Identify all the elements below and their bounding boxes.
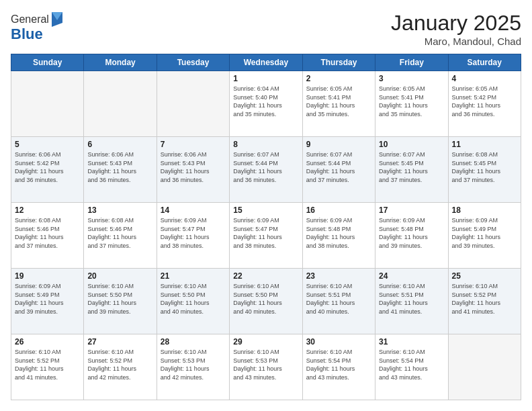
- day-cell: 10Sunrise: 6:07 AM Sunset: 5:45 PM Dayli…: [375, 137, 448, 203]
- day-number: 9: [306, 140, 371, 149]
- day-cell: [157, 71, 229, 137]
- title-block: January 2025 Maro, Mandoul, Chad: [391, 11, 521, 47]
- week-row-3: 12Sunrise: 6:08 AM Sunset: 5:46 PM Dayli…: [11, 203, 521, 269]
- day-number: 17: [379, 205, 444, 215]
- day-cell: 29Sunrise: 6:10 AM Sunset: 5:53 PM Dayli…: [230, 334, 302, 400]
- week-row-1: 1Sunrise: 6:04 AM Sunset: 5:40 PM Daylig…: [11, 71, 521, 137]
- day-number: 4: [452, 74, 517, 83]
- day-cell: 6Sunrise: 6:06 AM Sunset: 5:43 PM Daylig…: [84, 137, 157, 203]
- day-number: 6: [87, 140, 152, 149]
- month-title: January 2025: [391, 11, 521, 36]
- day-cell: 17Sunrise: 6:09 AM Sunset: 5:48 PM Dayli…: [375, 203, 448, 269]
- day-number: 21: [161, 271, 226, 281]
- day-detail: Sunrise: 6:10 AM Sunset: 5:51 PM Dayligh…: [379, 282, 444, 316]
- day-detail: Sunrise: 6:10 AM Sunset: 5:53 PM Dayligh…: [161, 348, 226, 381]
- day-number: 23: [306, 271, 371, 281]
- day-detail: Sunrise: 6:10 AM Sunset: 5:54 PM Dayligh…: [379, 348, 444, 381]
- day-number: 30: [306, 337, 371, 347]
- day-cell: 28Sunrise: 6:10 AM Sunset: 5:53 PM Dayli…: [157, 334, 229, 400]
- day-number: 25: [452, 271, 517, 281]
- day-number: 10: [379, 140, 444, 149]
- day-cell: 16Sunrise: 6:09 AM Sunset: 5:48 PM Dayli…: [302, 203, 375, 269]
- day-number: 26: [15, 337, 80, 347]
- day-number: 28: [161, 337, 226, 347]
- day-cell: 18Sunrise: 6:09 AM Sunset: 5:49 PM Dayli…: [448, 203, 521, 269]
- day-cell: 15Sunrise: 6:09 AM Sunset: 5:47 PM Dayli…: [230, 203, 302, 269]
- day-cell: [11, 71, 84, 137]
- weekday-header-sunday: Sunday: [11, 54, 84, 71]
- day-detail: Sunrise: 6:10 AM Sunset: 5:52 PM Dayligh…: [87, 348, 152, 381]
- day-number: 13: [87, 205, 152, 215]
- week-row-2: 5Sunrise: 6:06 AM Sunset: 5:42 PM Daylig…: [11, 137, 521, 203]
- day-detail: Sunrise: 6:06 AM Sunset: 5:42 PM Dayligh…: [15, 150, 80, 184]
- day-number: 5: [15, 140, 80, 149]
- day-detail: Sunrise: 6:09 AM Sunset: 5:49 PM Dayligh…: [15, 282, 80, 316]
- day-detail: Sunrise: 6:05 AM Sunset: 5:41 PM Dayligh…: [306, 85, 371, 118]
- day-cell: 3Sunrise: 6:05 AM Sunset: 5:41 PM Daylig…: [375, 71, 448, 137]
- day-cell: 25Sunrise: 6:10 AM Sunset: 5:52 PM Dayli…: [448, 269, 521, 334]
- day-cell: [448, 334, 521, 400]
- day-cell: 31Sunrise: 6:10 AM Sunset: 5:54 PM Dayli…: [375, 334, 448, 400]
- day-number: 3: [379, 74, 444, 83]
- day-detail: Sunrise: 6:09 AM Sunset: 5:47 PM Dayligh…: [233, 216, 298, 250]
- day-detail: Sunrise: 6:10 AM Sunset: 5:51 PM Dayligh…: [306, 282, 371, 316]
- day-cell: 19Sunrise: 6:09 AM Sunset: 5:49 PM Dayli…: [11, 269, 84, 334]
- day-detail: Sunrise: 6:10 AM Sunset: 5:50 PM Dayligh…: [161, 282, 226, 316]
- day-detail: Sunrise: 6:09 AM Sunset: 5:47 PM Dayligh…: [161, 216, 226, 250]
- day-number: 1: [233, 74, 298, 83]
- day-cell: 1Sunrise: 6:04 AM Sunset: 5:40 PM Daylig…: [230, 71, 302, 137]
- day-cell: 14Sunrise: 6:09 AM Sunset: 5:47 PM Dayli…: [157, 203, 229, 269]
- day-detail: Sunrise: 6:05 AM Sunset: 5:41 PM Dayligh…: [379, 85, 444, 118]
- day-number: 19: [15, 271, 80, 281]
- day-detail: Sunrise: 6:07 AM Sunset: 5:44 PM Dayligh…: [233, 150, 298, 184]
- day-detail: Sunrise: 6:04 AM Sunset: 5:40 PM Dayligh…: [233, 85, 298, 118]
- weekday-header-tuesday: Tuesday: [157, 54, 229, 71]
- weekday-header-wednesday: Wednesday: [230, 54, 302, 71]
- day-cell: 12Sunrise: 6:08 AM Sunset: 5:46 PM Dayli…: [11, 203, 84, 269]
- day-cell: 5Sunrise: 6:06 AM Sunset: 5:42 PM Daylig…: [11, 137, 84, 203]
- day-cell: 22Sunrise: 6:10 AM Sunset: 5:50 PM Dayli…: [230, 269, 302, 334]
- day-cell: 4Sunrise: 6:05 AM Sunset: 5:42 PM Daylig…: [448, 71, 521, 137]
- day-detail: Sunrise: 6:09 AM Sunset: 5:48 PM Dayligh…: [379, 216, 444, 250]
- day-cell: 7Sunrise: 6:06 AM Sunset: 5:43 PM Daylig…: [157, 137, 229, 203]
- calendar-table: SundayMondayTuesdayWednesdayThursdayFrid…: [11, 54, 521, 400]
- weekday-header-thursday: Thursday: [302, 54, 375, 71]
- week-row-4: 19Sunrise: 6:09 AM Sunset: 5:49 PM Dayli…: [11, 269, 521, 334]
- day-cell: 13Sunrise: 6:08 AM Sunset: 5:46 PM Dayli…: [84, 203, 157, 269]
- day-detail: Sunrise: 6:10 AM Sunset: 5:52 PM Dayligh…: [15, 348, 80, 381]
- day-detail: Sunrise: 6:07 AM Sunset: 5:44 PM Dayligh…: [306, 150, 371, 184]
- header: General Blue January 2025 Maro, Mandoul,…: [11, 11, 521, 47]
- day-cell: 26Sunrise: 6:10 AM Sunset: 5:52 PM Dayli…: [11, 334, 84, 400]
- week-row-5: 26Sunrise: 6:10 AM Sunset: 5:52 PM Dayli…: [11, 334, 521, 400]
- day-detail: Sunrise: 6:09 AM Sunset: 5:48 PM Dayligh…: [306, 216, 371, 250]
- weekday-header-saturday: Saturday: [448, 54, 521, 71]
- day-cell: 8Sunrise: 6:07 AM Sunset: 5:44 PM Daylig…: [230, 137, 302, 203]
- day-detail: Sunrise: 6:10 AM Sunset: 5:54 PM Dayligh…: [306, 348, 371, 381]
- logo-general-text: General: [11, 13, 49, 26]
- weekday-header-friday: Friday: [375, 54, 448, 71]
- day-cell: 23Sunrise: 6:10 AM Sunset: 5:51 PM Dayli…: [302, 269, 375, 334]
- day-number: 12: [15, 205, 80, 215]
- day-detail: Sunrise: 6:07 AM Sunset: 5:45 PM Dayligh…: [379, 150, 444, 184]
- day-detail: Sunrise: 6:06 AM Sunset: 5:43 PM Dayligh…: [87, 150, 152, 184]
- day-cell: 20Sunrise: 6:10 AM Sunset: 5:50 PM Dayli…: [84, 269, 157, 334]
- day-number: 2: [306, 74, 371, 83]
- day-detail: Sunrise: 6:10 AM Sunset: 5:50 PM Dayligh…: [87, 282, 152, 316]
- day-cell: 24Sunrise: 6:10 AM Sunset: 5:51 PM Dayli…: [375, 269, 448, 334]
- logo-icon: [49, 11, 64, 28]
- page: General Blue January 2025 Maro, Mandoul,…: [0, 0, 532, 411]
- day-number: 8: [233, 140, 298, 149]
- day-detail: Sunrise: 6:08 AM Sunset: 5:46 PM Dayligh…: [15, 216, 80, 250]
- day-cell: [84, 71, 157, 137]
- day-number: 11: [452, 140, 517, 149]
- day-number: 22: [233, 271, 298, 281]
- day-cell: 27Sunrise: 6:10 AM Sunset: 5:52 PM Dayli…: [84, 334, 157, 400]
- day-number: 14: [161, 205, 226, 215]
- day-cell: 11Sunrise: 6:08 AM Sunset: 5:45 PM Dayli…: [448, 137, 521, 203]
- logo: General Blue: [11, 11, 64, 43]
- day-detail: Sunrise: 6:09 AM Sunset: 5:49 PM Dayligh…: [452, 216, 517, 250]
- day-number: 24: [379, 271, 444, 281]
- day-cell: 2Sunrise: 6:05 AM Sunset: 5:41 PM Daylig…: [302, 71, 375, 137]
- day-detail: Sunrise: 6:06 AM Sunset: 5:43 PM Dayligh…: [161, 150, 226, 184]
- day-number: 7: [161, 140, 226, 149]
